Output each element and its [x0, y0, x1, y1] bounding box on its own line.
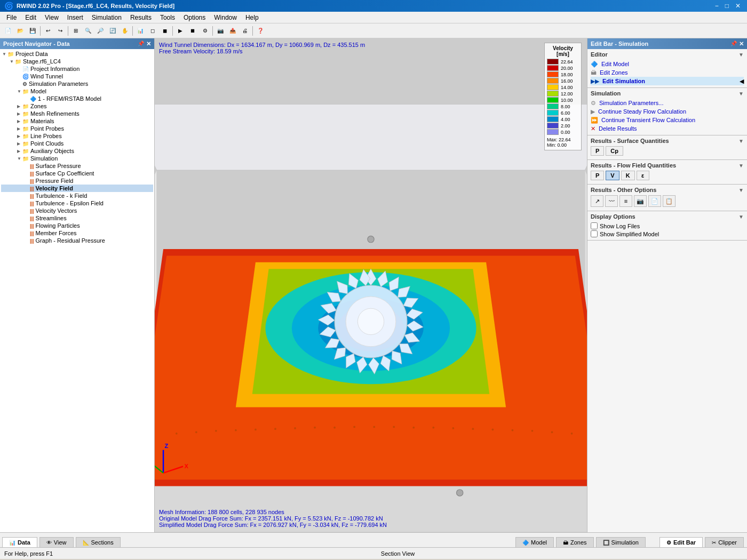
toolbar-undo[interactable]: ↩ — [42, 25, 54, 37]
tree-item-auxiliary-objects[interactable]: ▶📁Auxiliary Objects — [1, 147, 153, 155]
table-icon-btn[interactable]: 📋 — [663, 195, 676, 207]
tree-item-model[interactable]: ▼📁Model — [1, 87, 153, 95]
other-options-header[interactable]: Results - Other Options ▼ — [591, 187, 744, 193]
arrows-icon-btn[interactable]: ↗ — [591, 195, 603, 207]
menu-results[interactable]: Results — [126, 13, 156, 22]
close-btn[interactable]: ✕ — [733, 2, 743, 10]
flow-k-btn[interactable]: K — [621, 171, 635, 180]
camera-icon-btn[interactable]: 📷 — [634, 195, 647, 207]
menu-tools[interactable]: Tools — [156, 13, 179, 22]
tree-item-graph-residual[interactable]: |||Graph - Residual Pressure — [1, 237, 153, 244]
tree-item-velocity-vectors[interactable]: |||Velocity Vectors — [1, 207, 153, 214]
tree-item-sim-params[interactable]: ⚙Simulation Parameters — [1, 80, 153, 87]
toolbar-pan[interactable]: ✋ — [119, 25, 131, 37]
left-panel-close[interactable]: ✕ — [146, 41, 151, 47]
tab-zones[interactable]: 🏔 Zones — [556, 537, 594, 547]
surface-cp-btn[interactable]: Cp — [606, 146, 623, 156]
viewport[interactable]: Wind Tunnel Dimensions: Dx = 1634.167 m,… — [155, 38, 587, 532]
tab-sections[interactable]: 📐 Sections — [76, 537, 121, 547]
toolbar-stop[interactable]: ⏹ — [187, 25, 198, 37]
toolbar-print[interactable]: 🖨 — [239, 25, 251, 37]
sim-params-link[interactable]: Simulation Parameters... — [598, 99, 664, 107]
flow-field-header[interactable]: Results - Flow Field Quantities ▼ — [591, 162, 744, 169]
tree-item-surface-cp[interactable]: |||Surface Cp Coefficient — [1, 170, 153, 177]
tree-item-streamlines[interactable]: |||Streamlines — [1, 214, 153, 222]
menu-simulation[interactable]: Simulation — [88, 13, 126, 22]
continue-transient-link[interactable]: Continue Transient Flow Calculation — [600, 116, 696, 124]
tree-item-point-probes[interactable]: ▶📁Point Probes — [1, 125, 153, 132]
edit-zones-link[interactable]: Edit Zones — [599, 69, 629, 76]
tree-item-mesh-ref[interactable]: ▶📁Mesh Refinements — [1, 110, 153, 117]
tree-item-materials[interactable]: ▶📁Materials — [1, 117, 153, 125]
continue-steady-link[interactable]: Continue Steady Flow Calculation — [597, 108, 687, 115]
toolbar-export[interactable]: 📤 — [227, 25, 239, 37]
menu-edit[interactable]: Edit — [21, 13, 41, 22]
editor-section-header[interactable]: Editor ▼ — [591, 51, 744, 58]
show-simplified-checkbox[interactable] — [591, 230, 598, 237]
tab-model[interactable]: 🔷 Model — [515, 537, 554, 547]
right-panel-pin[interactable]: 📌 — [730, 41, 737, 47]
tree-item-project-data[interactable]: ▼📁Project Data — [1, 50, 153, 58]
tree-item-zones[interactable]: ▶📁Zones — [1, 102, 153, 110]
toolbar-play[interactable]: ▶ — [174, 25, 186, 37]
display-options-header[interactable]: Display Options ▼ — [591, 213, 744, 220]
tab-view[interactable]: 👁 View — [39, 537, 74, 547]
menu-window[interactable]: Window — [210, 13, 241, 22]
tree-item-turbulence-eps[interactable]: |||Turbulence - Epsilon Field — [1, 199, 153, 207]
toolbar-open[interactable]: 📂 — [14, 25, 26, 37]
toolbar-display[interactable]: 📊 — [134, 25, 146, 37]
tree-item-rfem-model[interactable]: 🔷1 - RFEM/RSTAB Model — [1, 95, 153, 102]
toolbar-solid[interactable]: ◼ — [159, 25, 171, 37]
menu-insert[interactable]: Insert — [63, 13, 88, 22]
toolbar-wire[interactable]: ◻ — [147, 25, 158, 37]
flow-eps-btn[interactable]: ε — [637, 171, 649, 180]
surface-p-btn[interactable]: P — [591, 146, 604, 156]
doc-icon-btn[interactable]: 📄 — [648, 195, 661, 207]
toolbar-zoom-in[interactable]: 🔍 — [82, 25, 94, 37]
toolbar-new[interactable]: 📄 — [2, 25, 14, 37]
menu-options[interactable]: Options — [179, 13, 210, 22]
right-panel-close[interactable]: ✕ — [739, 41, 744, 47]
simulation-section-header[interactable]: Simulation ▼ — [591, 90, 744, 97]
toolbar-zoom-out[interactable]: 🔎 — [94, 25, 106, 37]
tree-item-simulation[interactable]: ▼📁Simulation — [1, 155, 153, 162]
menu-help[interactable]: Help — [241, 13, 263, 22]
tree-icon: ||| — [30, 238, 34, 244]
maximize-btn[interactable]: □ — [723, 2, 731, 10]
tree-item-stage[interactable]: ▼📁Stage.rf6_LC4 — [1, 58, 153, 65]
tree-item-member-forces[interactable]: |||Member Forces — [1, 229, 153, 237]
toolbar-help[interactable]: ❓ — [255, 25, 266, 37]
tree-item-flowing-particles[interactable]: |||Flowing Particles — [1, 222, 153, 229]
delete-results-link[interactable]: Delete Results — [598, 125, 638, 132]
tree-item-project-info[interactable]: 📄Project Information — [1, 65, 153, 73]
tab-editbar[interactable]: ⚙ Edit Bar — [659, 537, 703, 547]
flow-v-btn[interactable]: V — [606, 171, 619, 180]
tree-item-velocity-field[interactable]: |||Velocity Field — [1, 185, 153, 192]
tab-clipper[interactable]: ✂ Clipper — [705, 537, 744, 547]
tree-item-line-probes[interactable]: ▶📁Line Probes — [1, 132, 153, 140]
edit-simulation-link[interactable]: Edit Simulation — [601, 77, 646, 85]
toolbar-save[interactable]: 💾 — [27, 25, 38, 37]
surface-quantities-header[interactable]: Results - Surface Quantities ▼ — [591, 138, 744, 144]
left-panel-pin[interactable]: 📌 — [138, 41, 144, 47]
toolbar-redo[interactable]: ↪ — [54, 25, 66, 37]
toolbar-screenshot[interactable]: 📷 — [214, 25, 226, 37]
minimize-btn[interactable]: − — [713, 2, 721, 10]
show-log-checkbox[interactable] — [591, 222, 598, 229]
toolbar-zoom-fit[interactable]: ⊞ — [70, 25, 82, 37]
tree-item-wind-tunnel[interactable]: 🌀Wind Tunnel — [1, 73, 153, 80]
tree-item-surface-pressure[interactable]: |||Surface Pressure — [1, 162, 153, 170]
lines-icon-btn[interactable]: ≡ — [619, 195, 632, 207]
tree-item-pressure-field[interactable]: |||Pressure Field — [1, 177, 153, 185]
toolbar-rotate[interactable]: 🔄 — [107, 25, 118, 37]
edit-model-link[interactable]: Edit Model — [600, 60, 630, 68]
flow-p-btn[interactable]: P — [591, 171, 604, 180]
wave-icon-btn[interactable]: 〰 — [605, 195, 618, 207]
tab-simulation[interactable]: 🔲 Simulation — [596, 537, 646, 547]
tab-data[interactable]: 📊 Data — [2, 537, 37, 547]
tree-item-point-clouds[interactable]: ▶📁Point Clouds — [1, 140, 153, 147]
toolbar-settings[interactable]: ⚙ — [199, 25, 211, 37]
menu-view[interactable]: View — [41, 13, 63, 22]
tree-item-turbulence-k[interactable]: |||Turbulence - k Field — [1, 192, 153, 199]
menu-file[interactable]: File — [2, 13, 21, 22]
